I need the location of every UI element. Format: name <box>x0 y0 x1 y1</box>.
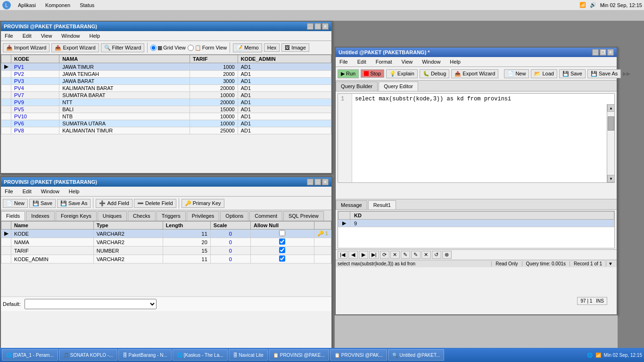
tab-privileges[interactable]: Privileges <box>187 211 220 221</box>
filter-wizard-button[interactable]: 🔍 Filter Wizard <box>101 43 145 52</box>
col-kode-header[interactable]: KODE <box>11 55 59 63</box>
table-row[interactable]: PV4 KALIMANTAN BARAT 20000 AD1 <box>1 85 331 92</box>
col-kode-admin-header[interactable]: KODE_ADMIN <box>238 55 331 63</box>
lower-menu-edit[interactable]: Edit <box>21 188 33 195</box>
query-restore-button[interactable]: ❐ <box>600 49 606 56</box>
menu-file[interactable]: File <box>3 32 15 40</box>
status-scrollbar-btn[interactable]: ▼ <box>606 261 615 266</box>
nav-next-button[interactable]: ▶ <box>359 251 368 259</box>
query-minimize-button[interactable]: _ <box>592 49 599 56</box>
query-menu-help[interactable]: Help <box>448 58 462 66</box>
col-tarif-header[interactable]: TARIF <box>190 55 238 63</box>
os-menu-status[interactable]: Status <box>77 1 97 9</box>
tab-query-editor[interactable]: Query Editor <box>379 82 418 91</box>
taskbar-item-5[interactable]: 📋 PROVINSI @PAKE... <box>269 349 329 361</box>
query-menu-window[interactable]: Window <box>420 58 442 66</box>
table-row[interactable]: PV9 NTT 20000 AD1 <box>1 99 331 106</box>
tab-options[interactable]: Options <box>220 211 248 221</box>
query-scrollbar[interactable]: ▲ ▼ <box>607 104 614 182</box>
allow-null-checkbox[interactable] <box>279 247 285 253</box>
table-row[interactable]: PV3 JAWA BARAT 3000 AD1 <box>1 78 331 85</box>
col-length-header[interactable]: Length <box>163 222 210 230</box>
os-menu-aplikasi[interactable]: Aplikasi <box>15 1 39 9</box>
col-type-header[interactable]: Type <box>93 222 163 230</box>
taskbar-item-4[interactable]: 🗄 Navicat Lite <box>229 349 268 361</box>
result-row[interactable]: ▶ 9 <box>339 220 614 227</box>
query-export-button[interactable]: 📤 Export Wizard <box>451 69 498 78</box>
query-menu-file[interactable]: File <box>338 58 350 66</box>
nav-delete-button[interactable]: ✕ <box>421 251 431 259</box>
table-row[interactable]: PV5 BALI 15000 AD1 <box>1 106 331 113</box>
hex-button[interactable]: Hex <box>264 43 280 52</box>
field-allow-null[interactable] <box>250 238 314 247</box>
menu-window[interactable]: Window <box>59 32 82 40</box>
fields-row[interactable]: KODE_ADMIN VARCHAR2 11 0 <box>1 255 331 263</box>
query-menu-view[interactable]: View <box>400 58 415 66</box>
table-row[interactable]: PV7 SUMATRA BARAT 10000 AD1 <box>1 92 331 99</box>
lower-menu-window[interactable]: Window <box>39 188 61 195</box>
taskbar-item-0[interactable]: 🌐 [DATA_1 - Peram... <box>2 349 58 361</box>
import-wizard-button[interactable]: 📥 Import Wizard <box>3 43 50 52</box>
fields-row[interactable]: NAMA VARCHAR2 20 0 <box>1 238 331 247</box>
lower-close-button[interactable]: × <box>322 179 329 185</box>
menu-edit[interactable]: Edit <box>21 32 33 40</box>
taskbar-item-6[interactable]: 📋 PROVINSI @PAK... <box>330 349 387 361</box>
scroll-up-button[interactable]: ▲ <box>607 104 615 112</box>
default-select[interactable] <box>25 299 157 309</box>
minimize-button[interactable]: _ <box>307 23 314 30</box>
add-field-button[interactable]: ➕ Add Field <box>96 199 132 208</box>
query-new-button[interactable]: 📄 New <box>504 69 529 78</box>
tab-message[interactable]: Message <box>336 200 367 209</box>
field-allow-null[interactable] <box>250 230 314 238</box>
debug-button[interactable]: 🐛 Debug <box>420 69 449 78</box>
field-allow-null[interactable] <box>250 255 314 263</box>
tab-fields[interactable]: Fields <box>1 211 25 221</box>
load-button[interactable]: 📂 Load <box>531 69 557 78</box>
image-button[interactable]: 🖼 Image <box>281 43 309 52</box>
nav-first-button[interactable]: |◀ <box>338 251 347 259</box>
grid-view-radio[interactable] <box>150 45 157 51</box>
primary-key-button[interactable]: 🔑 Primary Key <box>182 199 224 208</box>
tab-triggers[interactable]: Triggers <box>157 211 186 221</box>
nav-refresh-button[interactable]: ⟳ <box>380 251 389 259</box>
nav-edit-button[interactable]: ✎ <box>401 251 410 259</box>
taskbar-item-2[interactable]: 🗄 PaketBarang - N... <box>118 349 172 361</box>
col-name-header[interactable]: Name <box>11 222 94 230</box>
nav-clear-button[interactable]: ✕ <box>390 251 400 259</box>
col-scale-header[interactable]: Scale <box>210 222 250 230</box>
query-editor[interactable]: select max(substr(kode,3)) as kd from pr… <box>352 94 614 182</box>
menu-help[interactable]: Help <box>87 32 102 40</box>
save-button[interactable]: 💾 Save <box>29 199 56 208</box>
scroll-track[interactable] <box>607 112 614 175</box>
form-view-radio[interactable] <box>188 45 194 51</box>
lower-minimize-button[interactable]: _ <box>307 179 314 185</box>
expand-button[interactable]: ▶▶ <box>623 71 630 77</box>
lower-maximize-button[interactable]: □ <box>314 179 321 185</box>
fields-row[interactable]: TARIF NUMBER 15 0 <box>1 247 331 255</box>
query-save-button[interactable]: 💾 Save <box>559 69 586 78</box>
tab-result1[interactable]: Result1 <box>368 200 396 209</box>
tab-comment[interactable]: Comment <box>249 211 282 221</box>
allow-null-checkbox[interactable] <box>279 239 285 245</box>
form-view-label[interactable]: 📋 Form View <box>188 45 227 51</box>
nav-last-button[interactable]: ▶| <box>369 251 379 259</box>
query-close-button[interactable]: × <box>607 49 614 56</box>
lower-menu-file[interactable]: File <box>3 188 15 195</box>
scroll-down-button[interactable]: ▼ <box>607 175 615 182</box>
grid-view-label[interactable]: ▦ Grid View <box>150 45 185 51</box>
stop-button[interactable]: Stop <box>361 69 384 78</box>
nav-stop-button[interactable]: ⊗ <box>442 251 452 259</box>
table-row[interactable]: ▶ PV1 JAWA TIMUR 1000 AD1 <box>1 63 331 71</box>
fields-table-container[interactable]: Name Type Length Scale Allow Null ▶ KODE… <box>1 221 331 296</box>
export-wizard-button[interactable]: 📤 Export Wizard <box>51 43 99 52</box>
fields-row[interactable]: ▶ KODE VARCHAR2 11 0 🔑 1 <box>1 230 331 238</box>
os-menu-komponen[interactable]: Komponen <box>42 1 73 9</box>
scroll-thumb[interactable] <box>608 116 614 131</box>
field-allow-null[interactable] <box>250 247 314 255</box>
query-menu-format[interactable]: Format <box>374 58 394 66</box>
maximize-button[interactable]: □ <box>314 23 321 30</box>
close-button[interactable]: × <box>322 23 329 30</box>
run-button[interactable]: ▶ Run <box>338 69 359 78</box>
memo-button[interactable]: 📝 Memo <box>233 43 262 52</box>
lower-menu-help[interactable]: Help <box>67 188 82 195</box>
